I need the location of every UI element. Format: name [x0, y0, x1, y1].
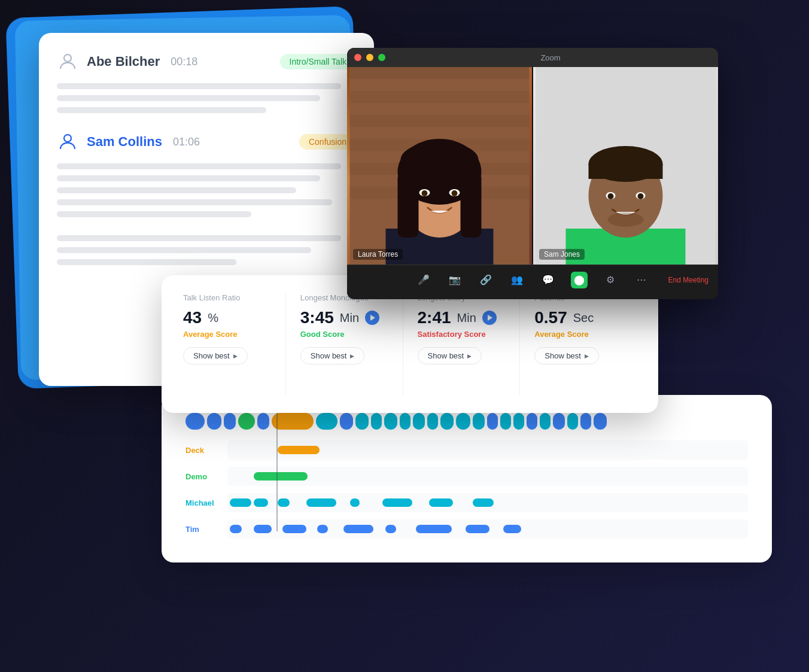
man-avatar: [533, 67, 718, 264]
text-line: [57, 235, 341, 241]
bubble: [580, 413, 591, 430]
play-btn-story[interactable]: [482, 311, 497, 325]
timeline-row-tim: Tim: [185, 519, 748, 539]
indicator-line: [276, 412, 278, 531]
show-best-btn-talk[interactable]: Show best: [183, 347, 248, 364]
stat-number-story: 2:41: [418, 308, 451, 327]
zoom-titlebar: Zoom: [347, 48, 718, 67]
stat-unit-patience: Sec: [573, 311, 594, 325]
timeline-card: Deck Demo Michael: [162, 395, 772, 562]
bubble: [487, 413, 498, 430]
settings-icon[interactable]: ⚙: [602, 272, 619, 288]
tim-bubble: [317, 525, 328, 533]
stat-unit-talk: %: [208, 311, 218, 325]
stat-number-patience: 0.57: [534, 308, 567, 327]
record-icon[interactable]: ⬤: [571, 272, 588, 288]
person-name-sam: Sam Collins: [87, 134, 162, 150]
stat-score-talk: Average Score: [183, 330, 271, 339]
text-line: [57, 199, 332, 205]
bubble: [355, 413, 369, 430]
more-icon[interactable]: ⋯: [633, 272, 650, 288]
bubble: [316, 413, 337, 430]
bubble: [400, 413, 410, 430]
svg-point-20: [452, 190, 458, 196]
transcript-section-sam: Sam Collins 01:06 Confusion: [57, 131, 356, 217]
timeline-main-row: [185, 413, 748, 430]
participants-icon[interactable]: 👥: [509, 272, 525, 288]
stat-col-patience: Patience 0.57 Sec Average Score Show bes…: [520, 293, 637, 395]
text-line: [57, 163, 341, 169]
person-name-abe: Abe Bilcher: [87, 54, 160, 69]
stat-score-story: Satisfactory Score: [418, 330, 506, 339]
text-line: [57, 83, 341, 89]
chat-icon[interactable]: 💬: [540, 272, 556, 288]
timeline-row-deck: Deck: [185, 440, 748, 460]
row-track-deck: [227, 440, 748, 460]
stat-value-patience: 0.57 Sec: [534, 308, 622, 327]
bubble: [413, 413, 425, 430]
person-icon-abe: [57, 51, 78, 72]
text-line: [57, 187, 296, 193]
bubble: [473, 413, 485, 430]
text-line: [57, 107, 266, 113]
michael-bubble: [382, 498, 412, 507]
bubble: [567, 413, 578, 430]
row-label-demo: Demo: [185, 472, 227, 481]
stat-score-monologue: Good Score: [300, 330, 388, 339]
svg-point-0: [64, 54, 71, 62]
svg-point-31: [638, 193, 644, 199]
show-best-btn-monologue[interactable]: Show best: [300, 347, 365, 364]
timeline-indicator: [272, 405, 282, 531]
tim-bubble: [230, 525, 242, 533]
stat-label-talk-ratio: Talk Listen Ratio: [183, 293, 271, 302]
stat-unit-monologue: Min: [340, 311, 359, 325]
text-line: [57, 211, 251, 217]
bubble: [257, 413, 269, 430]
svg-rect-14: [398, 172, 419, 238]
person-icon-sam: [57, 131, 78, 153]
bubble: [553, 413, 565, 430]
share-icon[interactable]: 🔗: [478, 272, 494, 288]
row-track-demo: [227, 467, 748, 486]
stat-unit-story: Min: [457, 311, 476, 325]
stat-col-story: Longest Story 2:41 Min Satisfactory Scor…: [403, 293, 521, 395]
end-meeting-button[interactable]: End Meeting: [668, 276, 708, 284]
video-panel-right: Sam Jones: [533, 67, 718, 264]
tim-bubble: [343, 525, 373, 533]
microphone-icon[interactable]: 🎤: [415, 272, 432, 288]
deck-bubble: [278, 446, 320, 454]
text-line: [57, 247, 311, 253]
video-panel-left: Laura Torres: [347, 67, 533, 264]
row-track-tim: [227, 519, 748, 539]
person-row-abe: Abe Bilcher 00:18 Intro/Small Talk: [57, 51, 356, 72]
transcript-section-abe: Abe Bilcher 00:18 Intro/Small Talk: [57, 51, 356, 113]
zoom-toolbar: 🎤 📷 🔗 👥 💬 ⬤ ⚙ ⋯ End Meeting: [347, 264, 718, 294]
camera-icon[interactable]: 📷: [446, 272, 463, 288]
svg-rect-4: [350, 91, 530, 103]
show-best-btn-patience[interactable]: Show best: [534, 347, 599, 364]
zoom-maximize-btn[interactable]: [378, 54, 385, 61]
michael-bubble: [473, 498, 494, 507]
svg-point-30: [608, 193, 614, 199]
bubble: [340, 413, 353, 430]
timeline-row-michael: Michael: [185, 493, 748, 512]
tim-bubble: [503, 525, 521, 533]
zoom-minimize-btn[interactable]: [366, 54, 373, 61]
play-btn-monologue[interactable]: [365, 311, 379, 325]
svg-point-16: [401, 142, 479, 178]
show-best-btn-story[interactable]: Show best: [418, 347, 482, 364]
stat-score-patience: Average Score: [534, 330, 622, 339]
michael-bubble: [350, 498, 360, 507]
tim-bubble: [416, 525, 452, 533]
stat-number-monologue: 3:45: [300, 308, 334, 327]
bubble: [384, 413, 397, 430]
svg-point-1: [64, 135, 71, 142]
tim-bubble: [282, 525, 306, 533]
zoom-close-btn[interactable]: [354, 54, 361, 61]
person-row-sam: Sam Collins 01:06 Confusion: [57, 131, 356, 153]
bubble: [185, 413, 205, 430]
michael-bubble: [254, 498, 268, 507]
stat-col-talk-ratio: Talk Listen Ratio 43 % Average Score Sho…: [183, 293, 286, 395]
row-label-tim: Tim: [185, 525, 227, 534]
woman-avatar: [347, 67, 532, 264]
